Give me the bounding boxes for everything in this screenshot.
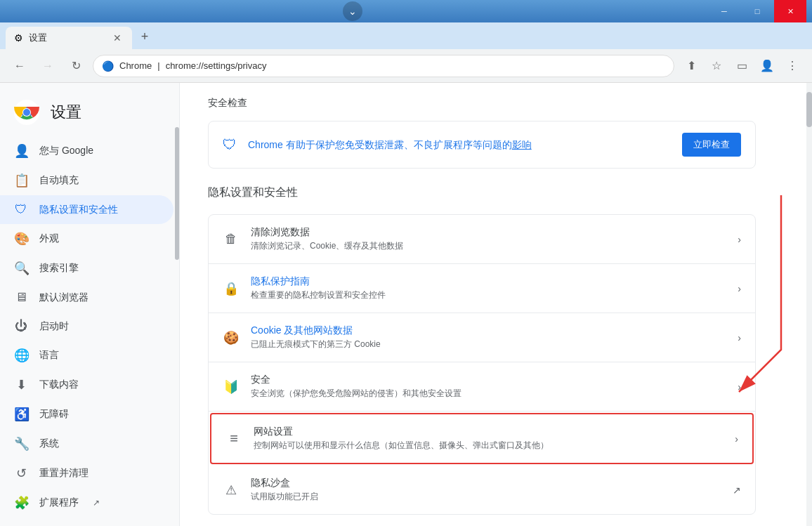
sandbox-title: 隐私沙盒 bbox=[251, 477, 721, 489]
window-controls: ─ □ ✕ bbox=[708, 0, 806, 22]
sidebar-item-language[interactable]: 🌐 语言 bbox=[0, 341, 173, 370]
sidebar-item-label-appearance: 外观 bbox=[39, 232, 59, 245]
sidebar-item-privacy[interactable]: 🛡 隐私设置和安全性 bbox=[0, 195, 173, 224]
privacy-guide-arrow-icon: › bbox=[738, 283, 741, 294]
sidebar-item-label-downloads: 下载内容 bbox=[39, 379, 79, 391]
sidebar-scrollbar[interactable] bbox=[175, 83, 179, 526]
safety-shield-icon: 🛡 bbox=[223, 137, 237, 153]
sidebar-item-label-profile: 您与 Google bbox=[39, 145, 93, 157]
url-chrome-label: Chrome bbox=[119, 60, 152, 71]
extensions-icon: 🧩 bbox=[14, 495, 28, 511]
sidebar-item-search[interactable]: 🔍 搜索引擎 bbox=[0, 254, 173, 283]
site-settings-icon: ≡ bbox=[225, 430, 242, 447]
site-settings-content: 网站设置 控制网站可以使用和显示什么信息（如位置信息、摄像头、弹出式窗口及其他） bbox=[254, 426, 723, 452]
sidebar-item-label-search: 搜索引擎 bbox=[39, 262, 79, 275]
safety-check-text: Chrome 有助于保护您免受数据泄露、不良扩展程序等问题的影响 bbox=[248, 138, 671, 152]
tab-close-button[interactable]: ✕ bbox=[111, 32, 124, 44]
clear-browsing-desc: 清除浏览记录、Cookie、缓存及其他数据 bbox=[251, 240, 726, 252]
close-button[interactable]: ✕ bbox=[774, 0, 806, 22]
privacy-section-title: 隐私设置和安全性 bbox=[208, 185, 756, 200]
minimize-button[interactable]: ─ bbox=[708, 0, 740, 22]
chrome-logo-icon bbox=[14, 100, 39, 125]
content-scrollbar[interactable] bbox=[806, 83, 812, 526]
site-settings-title: 网站设置 bbox=[254, 426, 723, 438]
active-tab[interactable]: ⚙ 设置 ✕ bbox=[6, 27, 132, 49]
new-tab-button[interactable]: + bbox=[135, 27, 155, 46]
url-separator: | bbox=[157, 60, 159, 71]
main-content: 安全检查 🛡 Chrome 有助于保护您免受数据泄露、不良扩展程序等问题的影响 … bbox=[180, 83, 812, 526]
tab-favicon: ⚙ bbox=[14, 32, 23, 44]
sidebar-item-label-browser: 默认浏览器 bbox=[39, 291, 89, 304]
privacy-icon: 🛡 bbox=[14, 202, 28, 217]
autofill-icon: 📋 bbox=[14, 173, 28, 188]
sidebar-item-appearance[interactable]: 🎨 外观 bbox=[0, 224, 173, 254]
lock-icon: 🔒 bbox=[223, 281, 240, 296]
reload-button[interactable]: ↻ bbox=[65, 55, 87, 77]
security-arrow-icon: › bbox=[738, 381, 741, 393]
address-bar[interactable]: 🔵 Chrome | chrome://settings/privacy bbox=[93, 55, 674, 77]
security-title: 安全 bbox=[251, 374, 726, 386]
sidebar-header: 设置 bbox=[0, 88, 179, 136]
cookies-desc: 已阻止无痕模式下的第三方 Cookie bbox=[251, 338, 726, 350]
privacy-settings-list: 🗑 清除浏览数据 清除浏览记录、Cookie、缓存及其他数据 › 🔒 隐私保护指… bbox=[208, 214, 756, 515]
sidebar: 设置 👤 您与 Google 📋 自动填充 🛡 隐私设置和安全性 🎨 外观 🔍 … bbox=[0, 83, 180, 526]
browser-icon: 🖥 bbox=[14, 290, 28, 305]
sidebar-item-accessibility[interactable]: ♿ 无障碍 bbox=[0, 400, 173, 429]
profile-button[interactable]: 👤 bbox=[756, 55, 778, 77]
bookmark-button[interactable]: ☆ bbox=[705, 55, 728, 77]
menu-button[interactable]: ⋮ bbox=[781, 55, 804, 77]
sidebar-item-label-startup: 启动时 bbox=[39, 320, 69, 333]
settings-item-cookies[interactable]: 🍪 Cookie 及其他网站数据 已阻止无痕模式下的第三方 Cookie › bbox=[209, 313, 755, 362]
forward-button[interactable]: → bbox=[37, 55, 59, 77]
site-settings-desc: 控制网站可以使用和显示什么信息（如位置信息、摄像头、弹出式窗口及其他） bbox=[254, 440, 723, 452]
privacy-guide-desc: 检查重要的隐私控制设置和安全控件 bbox=[251, 289, 726, 301]
settings-item-site-settings[interactable]: ≡ 网站设置 控制网站可以使用和显示什么信息（如位置信息、摄像头、弹出式窗口及其… bbox=[210, 413, 754, 464]
sandbox-content: 隐私沙盒 试用版功能已开启 bbox=[251, 477, 721, 503]
sandbox-external-icon: ↗ bbox=[733, 485, 741, 496]
cookies-title: Cookie 及其他网站数据 bbox=[251, 324, 726, 337]
back-button[interactable]: ← bbox=[8, 55, 31, 77]
security-desc: 安全浏览（保护您免受危险网站的侵害）和其他安全设置 bbox=[251, 388, 726, 400]
sidebar-item-reset[interactable]: ↺ 重置并清理 bbox=[0, 459, 173, 488]
settings-item-clear-browsing[interactable]: 🗑 清除浏览数据 清除浏览记录、Cookie、缓存及其他数据 › bbox=[209, 215, 755, 264]
sidebar-title: 设置 bbox=[51, 102, 81, 123]
nav-actions: ⬆ ☆ ▭ 👤 ⋮ bbox=[680, 55, 804, 77]
sidebar-item-system[interactable]: 🔧 系统 bbox=[0, 429, 173, 459]
sidebar-item-extensions[interactable]: 🧩 扩展程序 ↗ bbox=[0, 488, 173, 518]
sidebar-item-label-language: 语言 bbox=[39, 349, 59, 362]
sidebar-item-label-accessibility: 无障碍 bbox=[39, 408, 69, 421]
overflow-menu-button[interactable]: ⌄ bbox=[343, 1, 362, 21]
safety-desc-prefix: Chrome 有助于保护您免受数据泄露、不良扩展程序等问题的 bbox=[248, 139, 512, 150]
sidebar-item-label-system: 系统 bbox=[39, 438, 59, 450]
share-button[interactable]: ⬆ bbox=[680, 55, 702, 77]
settings-item-privacy-guide[interactable]: 🔒 隐私保护指南 检查重要的隐私控制设置和安全控件 › bbox=[209, 264, 755, 313]
accessibility-icon: ♿ bbox=[14, 407, 28, 422]
appearance-icon: 🎨 bbox=[14, 231, 28, 246]
settings-item-privacy-sandbox[interactable]: ⚠ 隐私沙盒 试用版功能已开启 ↗ bbox=[209, 466, 755, 514]
language-icon: 🌐 bbox=[14, 348, 28, 363]
trash-icon: 🗑 bbox=[223, 232, 240, 246]
sidebar-item-autofill[interactable]: 📋 自动填充 bbox=[0, 166, 173, 195]
sidebar-item-profile[interactable]: 👤 您与 Google bbox=[0, 136, 173, 166]
sidebar-item-browser[interactable]: 🖥 默认浏览器 bbox=[0, 283, 173, 312]
clear-browsing-content: 清除浏览数据 清除浏览记录、Cookie、缓存及其他数据 bbox=[251, 226, 726, 252]
maximize-button[interactable]: □ bbox=[741, 0, 773, 22]
check-now-button[interactable]: 立即检查 bbox=[682, 133, 741, 157]
system-icon: 🔧 bbox=[14, 436, 28, 452]
sidebar-item-label-extensions: 扩展程序 bbox=[39, 497, 79, 509]
sandbox-icon: ⚠ bbox=[223, 482, 240, 498]
startup-icon: ⏻ bbox=[14, 319, 28, 334]
sidebar-item-downloads[interactable]: ⬇ 下载内容 bbox=[0, 370, 173, 400]
content-area: 安全检查 🛡 Chrome 有助于保护您免受数据泄露、不良扩展程序等问题的影响 … bbox=[180, 83, 784, 526]
sidebar-item-startup[interactable]: ⏻ 启动时 bbox=[0, 312, 173, 341]
titlebar: ⌄ ─ □ ✕ bbox=[0, 0, 812, 22]
profile-icon: 👤 bbox=[14, 143, 28, 159]
cookie-icon: 🍪 bbox=[223, 330, 240, 346]
privacy-guide-title: 隐私保护指南 bbox=[251, 275, 726, 288]
url-path: chrome://settings/privacy bbox=[166, 60, 267, 71]
cookies-arrow-icon: › bbox=[738, 332, 741, 343]
settings-item-security[interactable]: 🔰 安全 安全浏览（保护您免受危险网站的侵害）和其他安全设置 › bbox=[209, 362, 755, 412]
window-button[interactable]: ▭ bbox=[731, 55, 753, 77]
url-favicon: 🔵 bbox=[102, 60, 114, 72]
cookies-content: Cookie 及其他网站数据 已阻止无痕模式下的第三方 Cookie bbox=[251, 324, 726, 350]
